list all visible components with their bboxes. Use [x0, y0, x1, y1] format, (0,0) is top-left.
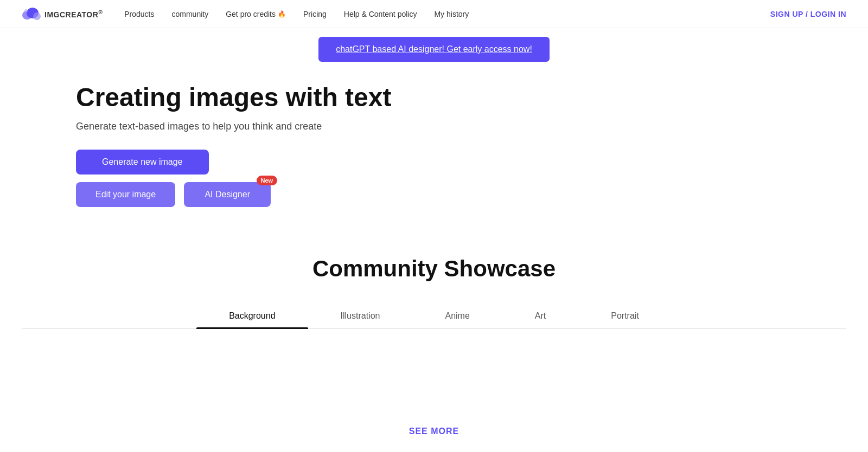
showcase-tabs: Background Illustration Anime Art Portra… [22, 304, 846, 329]
logo-link[interactable]: IMGCREATOR® [22, 4, 103, 24]
edit-your-image-button[interactable]: Edit your image [76, 182, 175, 207]
nav-community[interactable]: community [172, 10, 209, 18]
hero-subtitle: Generate text-based images to help you t… [76, 121, 792, 132]
signup-login-link[interactable]: SIGN UP / LOGIN IN [770, 10, 846, 18]
nav-pricing[interactable]: Pricing [303, 10, 327, 18]
ai-designer-wrap: AI Designer New [184, 182, 271, 207]
logo-icon [22, 4, 41, 24]
nav-get-pro-credits[interactable]: Get pro credits [226, 10, 286, 18]
tab-portrait[interactable]: Portrait [578, 304, 672, 328]
svg-point-3 [24, 9, 28, 12]
ai-designer-button[interactable]: AI Designer [184, 182, 271, 207]
nav-links: Products community Get pro credits Prici… [124, 10, 770, 18]
tab-illustration[interactable]: Illustration [308, 304, 413, 328]
tab-background[interactable]: Background [196, 304, 308, 328]
secondary-buttons-row: Edit your image AI Designer New [76, 182, 271, 207]
see-more-button[interactable]: SEE MORE [409, 427, 459, 436]
showcase-section: Community Showcase Background Illustrati… [0, 223, 868, 452]
showcase-grid [22, 351, 846, 416]
banner-section: chatGPT based AI designer! Get early acc… [0, 28, 868, 62]
nav-products[interactable]: Products [124, 10, 154, 18]
tab-art[interactable]: Art [502, 304, 578, 328]
hero-section: Creating images with text Generate text-… [0, 62, 868, 223]
hero-buttons: Generate new image Edit your image AI De… [76, 150, 792, 207]
hero-title: Creating images with text [76, 83, 792, 112]
logo-text: IMGCREATOR® [44, 9, 103, 19]
see-more-section: SEE MORE [22, 416, 846, 452]
nav-my-history[interactable]: My history [434, 10, 469, 18]
showcase-title: Community Showcase [22, 256, 846, 282]
banner-button[interactable]: chatGPT based AI designer! Get early acc… [318, 37, 550, 62]
svg-point-2 [33, 12, 41, 20]
new-badge: New [257, 176, 278, 185]
navbar: IMGCREATOR® Products community Get pro c… [0, 0, 868, 28]
tab-anime[interactable]: Anime [412, 304, 502, 328]
generate-new-image-button[interactable]: Generate new image [76, 150, 209, 175]
nav-help[interactable]: Help & Content policy [344, 10, 417, 18]
